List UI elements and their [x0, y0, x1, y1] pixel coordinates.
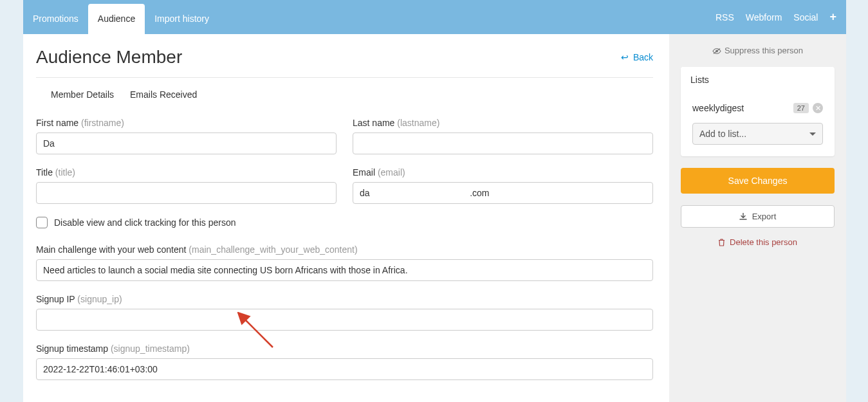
page-title: Audience Member [36, 47, 182, 68]
row-title-email: Title (title) Email (email) [36, 167, 653, 204]
tab-lists[interactable]: Lists [681, 67, 719, 93]
remove-list-icon[interactable]: ✕ [813, 103, 823, 113]
tab-member-details[interactable]: Member Details [51, 89, 114, 100]
label-title: Title (title) [36, 167, 337, 178]
list-item-actions: 27 ✕ [793, 103, 823, 113]
label-firstname: First name (firstname) [36, 118, 337, 128]
input-email[interactable] [353, 182, 653, 204]
delete-label: Delete this person [730, 237, 797, 247]
label-main-challenge: Main challenge with your web content (ma… [36, 244, 653, 255]
sidebar: Suppress this person Lists weeklydigest … [669, 34, 846, 402]
group-main-challenge: Main challenge with your web content (ma… [36, 244, 653, 281]
tab-audience[interactable]: Audience [88, 4, 145, 34]
group-signup-ts: Signup timestamp (signup_timestamp) [36, 343, 653, 380]
row-name: First name (firstname) Last name (lastna… [36, 118, 653, 154]
suppress-person-link[interactable]: Suppress this person [681, 46, 835, 55]
suppress-icon [712, 48, 721, 55]
label-email: Email (email) [353, 167, 653, 178]
input-lastname[interactable] [353, 132, 653, 154]
input-title[interactable] [36, 182, 337, 204]
export-button[interactable]: Export [681, 205, 835, 228]
link-webform[interactable]: Webform [746, 12, 782, 23]
back-label: Back [633, 52, 653, 62]
top-right-links: RSS Webform Social + [716, 10, 836, 24]
delete-person-link[interactable]: Delete this person [681, 237, 835, 247]
group-firstname: First name (firstname) [36, 118, 337, 154]
caret-down-icon [809, 132, 816, 136]
primary-tabs: Promotions Audience Import history [23, 0, 219, 34]
list-count-badge: 27 [793, 103, 809, 113]
checkbox-disable-tracking[interactable] [36, 217, 48, 228]
label-signup-ts: Signup timestamp (signup_timestamp) [36, 343, 653, 354]
page-header: Audience Member ↩ Back [36, 47, 653, 78]
inner-tabs: Member Details Emails Received [51, 89, 653, 100]
back-arrow-icon: ↩ [621, 52, 629, 62]
link-rss[interactable]: RSS [716, 12, 734, 23]
input-main-challenge[interactable] [36, 259, 653, 281]
group-lastname: Last name (lastname) [353, 118, 653, 154]
lists-tab-header: Lists [681, 67, 835, 93]
row-disable-tracking: Disable view and click tracking for this… [36, 217, 653, 228]
trash-icon [718, 239, 725, 246]
group-email: Email (email) [353, 167, 653, 204]
input-firstname[interactable] [36, 132, 337, 154]
add-to-list-label: Add to list... [699, 129, 746, 139]
content-area: Audience Member ↩ Back Member Details Em… [23, 34, 669, 402]
label-lastname: Last name (lastname) [353, 118, 653, 128]
link-social[interactable]: Social [793, 12, 818, 23]
input-signup-ts[interactable] [36, 358, 653, 380]
group-signup-ip: Signup IP (signup_ip) [36, 294, 653, 331]
label-disable-tracking: Disable view and click tracking for this… [54, 217, 235, 228]
input-signup-ip[interactable] [36, 309, 653, 331]
group-title: Title (title) [36, 167, 337, 204]
lists-body: weeklydigest 27 ✕ Add to list... [681, 93, 835, 156]
add-to-list-dropdown[interactable]: Add to list... [692, 123, 823, 145]
list-item: weeklydigest 27 ✕ [692, 103, 823, 113]
download-icon [739, 213, 747, 221]
lists-panel: Lists weeklydigest 27 ✕ Add to list... [681, 67, 835, 156]
export-label: Export [752, 212, 777, 221]
tab-promotions[interactable]: Promotions [23, 4, 88, 34]
back-link[interactable]: ↩ Back [621, 52, 653, 62]
main-container: Audience Member ↩ Back Member Details Em… [23, 34, 846, 402]
tab-emails-received[interactable]: Emails Received [130, 89, 197, 100]
list-item-name[interactable]: weeklydigest [692, 103, 744, 113]
plus-icon[interactable]: + [829, 10, 836, 24]
save-changes-button[interactable]: Save Changes [681, 168, 835, 194]
top-navigation: Promotions Audience Import history RSS W… [23, 0, 846, 34]
tab-import-history[interactable]: Import history [145, 4, 219, 34]
label-signup-ip: Signup IP (signup_ip) [36, 294, 653, 304]
